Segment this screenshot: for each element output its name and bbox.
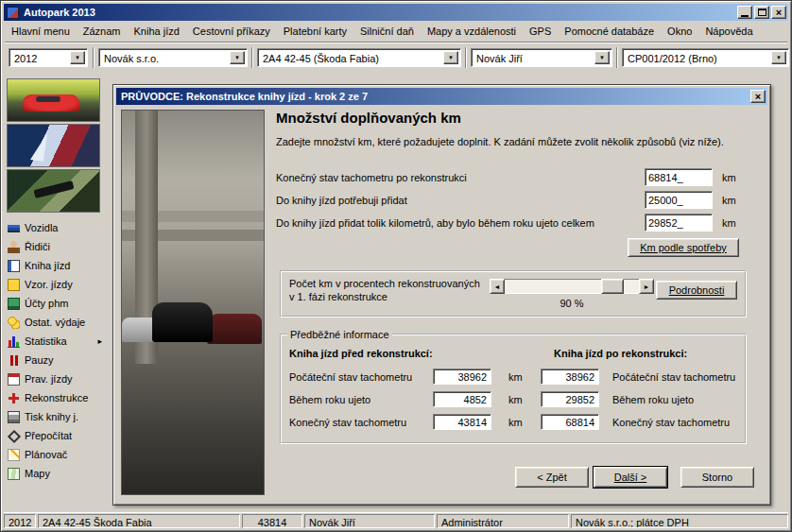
sidebar-item-planovac[interactable]: Plánovač: [6, 445, 106, 464]
sidebar-item-vozidla[interactable]: Vozidla: [6, 218, 106, 237]
menu-cestovni-prikazy[interactable]: Cestovní příkazy: [186, 24, 277, 39]
photo-red-car: [7, 78, 100, 122]
percent-scrollbar[interactable]: ◄ ►: [490, 279, 654, 294]
sidebar-item-prav-jizdy[interactable]: Prav. jízdy: [6, 369, 106, 388]
menu-kniha-jizd[interactable]: Kniha jízd: [128, 24, 186, 39]
status-company: Novák s.r.o.; plátce DPH: [571, 514, 788, 528]
company-combobox[interactable]: Novák s.r.o. ▼: [98, 48, 248, 67]
field-row: Konečný stav tachometru po rekonstrukci …: [276, 168, 763, 187]
year-combobox[interactable]: 2012 ▼: [9, 48, 88, 67]
sidebar-item-ucty-phm[interactable]: Účty phm: [6, 294, 106, 313]
row-label: Během roku ujeto: [289, 394, 370, 405]
percent-label-line1: Počet km v procentech rekonstruovaných: [289, 277, 480, 290]
driver-combobox-value: Novák Jiří: [476, 52, 523, 64]
chevron-down-icon[interactable]: ▼: [70, 51, 85, 64]
trip-combobox[interactable]: CP001/2012 (Brno) ▼: [622, 48, 789, 67]
menu-gps[interactable]: GPS: [523, 24, 558, 39]
menu-pomocne-databaze[interactable]: Pomocné databáze: [558, 24, 661, 39]
calendar-icon: [8, 373, 20, 386]
before-value: 43814: [433, 414, 491, 430]
photo-refueling: [7, 169, 100, 213]
dialog-titlebar[interactable]: PRŮVODCE: Rekonstrukce knihy jízd - krok…: [116, 88, 767, 105]
km-by-consumption-button[interactable]: Km podle spotřeby: [628, 238, 739, 257]
maximize-button[interactable]: [754, 6, 769, 19]
scroll-left-button[interactable]: ◄: [490, 279, 505, 294]
toolbar-separator: [93, 47, 95, 68]
trip-combobox-value: CP001/2012 (Brno): [628, 52, 717, 64]
next-button[interactable]: Další >: [594, 467, 667, 488]
app-titlebar[interactable]: Autopark 2013 ×: [4, 4, 788, 21]
car-icon: [8, 222, 20, 234]
before-value: 38962: [433, 369, 491, 385]
sidebar-item-tisk-knihy[interactable]: Tisk knihy j.: [6, 407, 106, 426]
row-label: Počáteční stav tachometru: [289, 371, 412, 383]
sidebar-item-label: Vzor. jízdy: [25, 279, 73, 290]
chevron-down-icon[interactable]: ▼: [443, 51, 458, 64]
sidebar-item-ostat-vydaje[interactable]: Ostat. výdaje: [6, 313, 106, 332]
chevron-down-icon[interactable]: ▼: [771, 51, 786, 64]
sidebar-item-kniha-jizd[interactable]: Kniha jízd: [6, 256, 106, 275]
sidebar-item-prepocitat[interactable]: Přepočítat: [6, 426, 106, 445]
chevron-down-icon[interactable]: ▼: [594, 51, 610, 64]
menu-silnicni-dan[interactable]: Silniční daň: [353, 24, 421, 39]
dialog-heading: Množství doplňovaných km: [276, 110, 461, 126]
dialog-content: Množství doplňovaných km Zadejte množstv…: [274, 108, 763, 497]
dialog-close-button[interactable]: ×: [750, 90, 766, 103]
app-title: Autopark 2013: [24, 7, 95, 18]
after-value: 29852: [541, 391, 599, 407]
app-icon: [7, 7, 19, 19]
details-button[interactable]: Podrobnosti: [656, 281, 737, 300]
sidebar-item-label: Tisk knihy j.: [25, 411, 78, 422]
sidebar-item-statistika[interactable]: Statistika ▸: [6, 332, 106, 351]
unit-label: km: [722, 195, 736, 206]
minimize-button[interactable]: [737, 6, 752, 19]
sidebar-item-vzor-jizdy[interactable]: Vzor. jízdy: [6, 275, 106, 294]
status-user: Administrátor: [437, 514, 569, 528]
sidebar-item-rekonstrukce[interactable]: Rekonstrukce: [6, 388, 106, 407]
red-car-shape: [207, 314, 262, 344]
row-label: Konečný stav tachometru: [289, 417, 406, 428]
menu-okno[interactable]: Okno: [661, 24, 698, 39]
percent-value: 90 %: [490, 298, 654, 309]
unit-label: km: [722, 217, 736, 229]
vehicle-combobox-value: 2A4 42-45 (Škoda Fabia): [263, 52, 379, 64]
sidebar-item-ridici[interactable]: Řidiči: [6, 237, 106, 256]
scrollbar-thumb[interactable]: [601, 279, 624, 294]
reconstruction-icon: [8, 392, 20, 404]
sidebar-item-label: Rekonstrukce: [25, 392, 88, 403]
close-button[interactable]: ×: [771, 6, 786, 19]
field-row: Do knihy jízd přidat tolik kilometrů, ab…: [276, 214, 763, 232]
cancel-button[interactable]: Storno: [680, 467, 754, 488]
sidebar-item-label: Plánovač: [25, 449, 67, 460]
total-yearly-km-input[interactable]: 29852_: [645, 214, 713, 232]
driver-combobox[interactable]: Novák Jiří ▼: [471, 48, 612, 67]
km-to-add-input[interactable]: 25000_: [645, 191, 713, 209]
close-icon: ×: [755, 92, 761, 102]
after-value: 68814: [541, 414, 599, 430]
sidebar-item-mapy[interactable]: Mapy: [6, 464, 106, 483]
menu-mapy-a-vzdalenosti[interactable]: Mapy a vzdálenosti: [421, 24, 523, 39]
menu-napoveda[interactable]: Nápověda: [698, 24, 759, 39]
statusbar: 2012 2A4 42-45 Škoda Fabia 43814 Novák J…: [4, 512, 788, 528]
menu-zaznam[interactable]: Záznam: [77, 24, 128, 39]
chevron-down-icon[interactable]: ▼: [230, 51, 245, 64]
dialog-photo-garage: [121, 110, 265, 495]
menu-platebni-karty[interactable]: Platební karty: [277, 24, 353, 39]
sidebar-item-label: Vozidla: [25, 222, 58, 233]
sidebar-item-pauzy[interactable]: Pauzy: [6, 351, 106, 369]
toolbar-separator: [251, 47, 253, 68]
company-combobox-value: Novák s.r.o.: [104, 52, 159, 64]
after-column-header: Kniha jízd po rekonstrukci:: [554, 348, 687, 359]
km-to-add-label: Do knihy jízd potřebuji přidat: [276, 195, 407, 206]
final-odometer-input[interactable]: 68814_: [645, 168, 713, 186]
scroll-right-button[interactable]: ►: [639, 279, 654, 294]
recalculate-icon: [8, 430, 20, 442]
toolbar-separator: [616, 47, 618, 68]
maximize-icon: [758, 9, 766, 16]
back-button[interactable]: < Zpět: [515, 467, 589, 488]
vehicle-combobox[interactable]: 2A4 42-45 (Škoda Fabia) ▼: [257, 48, 461, 67]
scrollbar-track[interactable]: [505, 279, 639, 294]
wizard-dialog: PRŮVODCE: Rekonstrukce knihy jízd - krok…: [112, 84, 771, 506]
menu-hlavni-menu[interactable]: Hlavní menu: [5, 24, 77, 39]
printer-icon: [8, 411, 20, 423]
